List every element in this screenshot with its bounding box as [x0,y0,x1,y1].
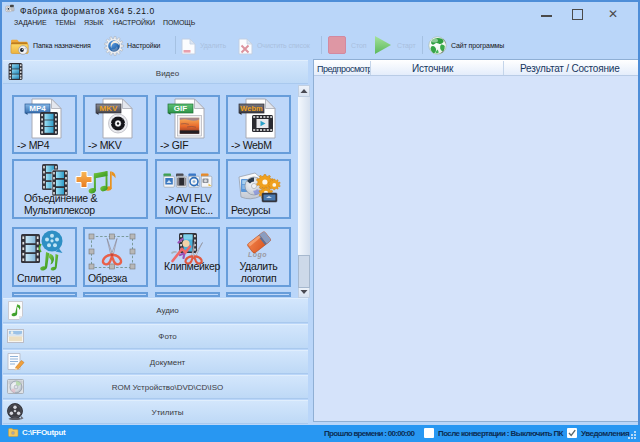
svg-text:Logo: Logo [248,251,267,259]
svg-text:Webm: Webm [240,104,263,113]
svg-text:MKV: MKV [100,104,118,113]
svg-text:GIF: GIF [174,104,187,113]
svg-text:MP4: MP4 [29,104,46,113]
